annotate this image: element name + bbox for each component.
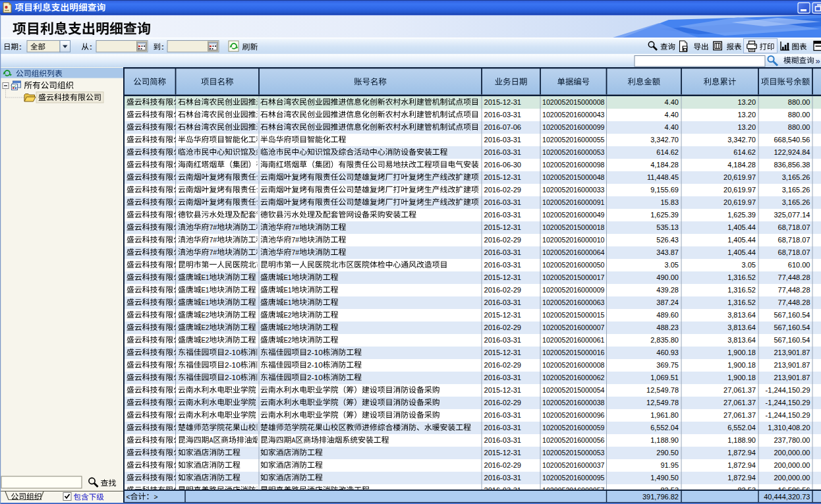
- svg-text:1,069.51: 1,069.51: [650, 374, 679, 381]
- svg-text:4.40: 4.40: [665, 123, 679, 131]
- svg-text:1020052016000010: 1020052016000010: [542, 236, 605, 244]
- svg-text:12,549.78: 12,549.78: [646, 386, 679, 394]
- svg-text:2016-06-30: 2016-06-30: [484, 161, 522, 169]
- svg-text:2016-03-31: 2016-03-31: [484, 336, 522, 344]
- svg-text:2016-03-31: 2016-03-31: [484, 298, 522, 306]
- svg-text:1,900.18: 1,900.18: [727, 374, 756, 381]
- svg-text:1020052016000098: 1020052016000098: [542, 161, 605, 169]
- svg-text:387.24: 387.24: [656, 298, 679, 306]
- svg-text:1020052016000008: 1020052016000008: [542, 361, 605, 369]
- svg-text:1020052016000007: 1020052016000007: [542, 323, 605, 331]
- svg-text:2015-12-31: 2015-12-31: [484, 223, 522, 231]
- svg-text:880.00: 880.00: [788, 98, 810, 106]
- svg-text:15.83: 15.83: [660, 198, 679, 206]
- svg-text:13.20: 13.20: [737, 111, 756, 119]
- svg-text:13.20: 13.20: [737, 123, 756, 131]
- svg-text:91.95: 91.95: [660, 461, 679, 469]
- svg-text:2016-02-29: 2016-02-29: [484, 461, 522, 469]
- svg-text:1020052016000062: 1020052016000062: [542, 374, 605, 381]
- svg-text:460.93: 460.93: [656, 349, 679, 356]
- svg-text:489.60: 489.60: [656, 311, 679, 319]
- svg-text:77,448.28: 77,448.28: [778, 286, 810, 294]
- svg-text:1020052016000056: 1020052016000056: [542, 436, 605, 444]
- svg-text:-1,244,150.29: -1,244,150.29: [766, 399, 810, 406]
- svg-text:1,316.52: 1,316.52: [727, 273, 756, 281]
- svg-text:1020052015000008: 1020052015000008: [542, 98, 605, 106]
- svg-text:4,184.28: 4,184.28: [727, 161, 756, 169]
- svg-text:68,718.07: 68,718.07: [778, 236, 810, 244]
- svg-text:12,549.78: 12,549.78: [646, 399, 679, 406]
- svg-text:1020052015000018: 1020052015000018: [542, 223, 605, 231]
- svg-text:2016-03-31: 2016-03-31: [484, 424, 522, 432]
- svg-text:1,188.90: 1,188.90: [727, 436, 756, 444]
- svg-text:325,077.14: 325,077.14: [774, 211, 810, 219]
- svg-text:2015-12-31: 2015-12-31: [484, 311, 522, 319]
- svg-text:1020052016000059: 1020052016000059: [542, 424, 605, 432]
- svg-text:1020052016000043: 1020052016000043: [542, 111, 605, 119]
- svg-text:213,901.87: 213,901.87: [774, 361, 810, 369]
- svg-text:20,619.97: 20,619.97: [723, 173, 756, 181]
- svg-text:2015-12-31: 2015-12-31: [484, 449, 522, 457]
- svg-text:610.00: 610.00: [788, 261, 810, 269]
- svg-text:343.87: 343.87: [656, 248, 679, 256]
- svg-text:2015-12-31: 2015-12-31: [484, 349, 522, 356]
- svg-text:1020052015000048: 1020052015000048: [542, 173, 605, 181]
- svg-text:1020052016000050: 1020052016000050: [542, 261, 605, 269]
- svg-text:3.05: 3.05: [742, 261, 756, 269]
- svg-text:369.75: 369.75: [656, 361, 679, 369]
- svg-text:3,165.26: 3,165.26: [782, 198, 810, 206]
- svg-text:200,000.00: 200,000.00: [774, 449, 810, 457]
- svg-text:3,813.64: 3,813.64: [727, 336, 756, 344]
- svg-text:2016-03-31: 2016-03-31: [484, 411, 522, 419]
- svg-text:1,872.94: 1,872.94: [727, 449, 756, 457]
- svg-text:2016-03-31: 2016-03-31: [484, 374, 522, 381]
- svg-text:200,000.00: 200,000.00: [774, 474, 810, 482]
- svg-text:1020052015000017: 1020052015000017: [542, 273, 605, 281]
- svg-text:40,444,320.73: 40,444,320.73: [764, 493, 810, 501]
- svg-text:3,165.26: 3,165.26: [782, 186, 810, 194]
- svg-text:880.00: 880.00: [788, 111, 810, 119]
- svg-text:200,000.00: 200,000.00: [774, 461, 810, 469]
- svg-text:3,342.70: 3,342.70: [727, 136, 756, 144]
- svg-text:2016-07-06: 2016-07-06: [484, 123, 522, 131]
- svg-text:2016-02-29: 2016-02-29: [484, 399, 522, 406]
- svg-text:6,552.04: 6,552.04: [727, 424, 756, 432]
- svg-text:3,165.26: 3,165.26: [782, 173, 810, 181]
- svg-text:11,448.45: 11,448.45: [647, 173, 679, 181]
- svg-text:1,310,408.20: 1,310,408.20: [768, 424, 810, 432]
- svg-text:77,448.28: 77,448.28: [778, 298, 810, 306]
- svg-text:2016-03-31: 2016-03-31: [484, 198, 522, 206]
- svg-text:68,718.07: 68,718.07: [778, 223, 810, 231]
- svg-text:290.50: 290.50: [656, 449, 679, 457]
- svg-text:2015-12-31: 2015-12-31: [484, 386, 522, 394]
- svg-text:836,856.38: 836,856.38: [774, 161, 810, 169]
- svg-text:213,901.87: 213,901.87: [774, 374, 810, 381]
- svg-text:4,184.28: 4,184.28: [650, 161, 679, 169]
- svg-text:2016-02-29: 2016-02-29: [484, 236, 522, 244]
- svg-text:1020052016000099: 1020052016000099: [542, 123, 605, 131]
- svg-text:1020052016000091: 1020052016000091: [542, 198, 605, 206]
- svg-text:20,619.97: 20,619.97: [723, 186, 756, 194]
- svg-text:2016-02-29: 2016-02-29: [484, 186, 522, 194]
- svg-text:1020052016000009: 1020052016000009: [542, 286, 605, 294]
- svg-text:4.40: 4.40: [665, 98, 679, 106]
- svg-text:1,405.44: 1,405.44: [727, 248, 756, 256]
- svg-text:2016-03-31: 2016-03-31: [484, 474, 522, 482]
- svg-text:3,813.64: 3,813.64: [727, 323, 756, 331]
- svg-text:237,780.00: 237,780.00: [774, 436, 810, 444]
- svg-text:488.23: 488.23: [656, 323, 679, 331]
- svg-text:1020052015000054: 1020052015000054: [542, 386, 605, 394]
- svg-text:27,061.37: 27,061.37: [723, 411, 756, 419]
- svg-text:2016-03-31: 2016-03-31: [484, 248, 522, 256]
- svg-text:2016-03-31: 2016-03-31: [484, 436, 522, 444]
- svg-text:»: »: [816, 56, 820, 66]
- svg-text:1020052016000055: 1020052016000055: [542, 136, 605, 144]
- svg-text:1020052015000016: 1020052015000016: [542, 349, 605, 356]
- svg-text:2016-03-31: 2016-03-31: [484, 261, 522, 269]
- svg-text:1,900.18: 1,900.18: [727, 361, 756, 369]
- svg-text:1020052016000038: 1020052016000038: [542, 399, 605, 406]
- svg-text:1,188.90: 1,188.90: [650, 436, 679, 444]
- svg-text:13.20: 13.20: [737, 98, 756, 106]
- svg-text:614.62: 614.62: [656, 148, 679, 156]
- svg-text:1,961.80: 1,961.80: [650, 411, 679, 419]
